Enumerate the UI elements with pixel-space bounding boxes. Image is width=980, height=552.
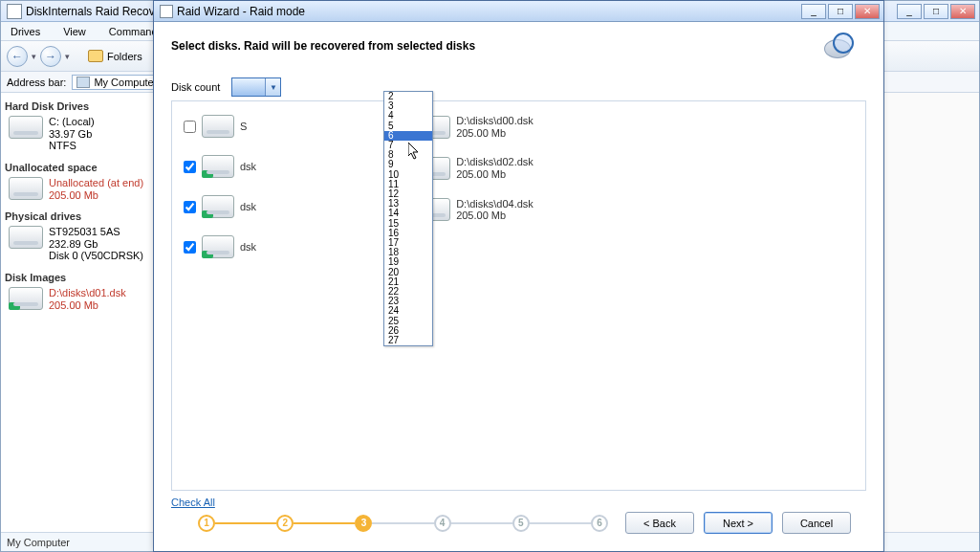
disk-checkbox[interactable] xyxy=(184,161,196,173)
disk-row[interactable]: dsk xyxy=(184,195,256,218)
folder-icon xyxy=(88,50,103,62)
disk-image-path: dsk xyxy=(240,201,256,213)
app-icon xyxy=(7,4,22,19)
dialog-icon xyxy=(160,5,173,18)
disk-row[interactable]: dsk xyxy=(184,155,256,178)
unallocated-name: Unallocated (at end) xyxy=(49,177,143,189)
next-button[interactable]: Next > xyxy=(704,512,773,534)
disk-image-path: dsk xyxy=(240,241,256,254)
disk-count-label: Disk count xyxy=(171,81,220,93)
step-line xyxy=(451,522,512,524)
computer-icon xyxy=(76,77,90,88)
disk-image-path: D:\disks\d02.dsk xyxy=(456,156,534,168)
disk-count-option[interactable]: 27 xyxy=(384,336,432,345)
step-line xyxy=(215,522,276,524)
step-node: 1 xyxy=(198,515,215,532)
check-all-link[interactable]: Check All xyxy=(171,497,866,508)
app-close-button[interactable]: ✕ xyxy=(950,4,975,19)
nav-fwd-chevron-icon[interactable]: ▾ xyxy=(65,52,70,61)
disk-checkbox[interactable] xyxy=(184,241,196,254)
nav-back-button[interactable]: ← xyxy=(7,46,28,67)
disk-select-panel: Sdskdskdsk D:\disks\d00.dsk205.00 MbD:\d… xyxy=(171,100,866,491)
disk-image-path: D:\disks\d04.dsk xyxy=(456,198,534,210)
disk-image-path: D:\disks\d01.dsk xyxy=(49,287,126,299)
step-node: 4 xyxy=(434,515,451,532)
physical-drive-0[interactable]: ST925031 5AS 232.89 Gb Disk 0 (V50CDRSK) xyxy=(9,226,149,262)
disk-image-0[interactable]: D:\disks\d01.dsk 205.00 Mb xyxy=(9,287,149,311)
step-node: 5 xyxy=(512,515,530,532)
dialog-close-button[interactable]: ✕ xyxy=(855,4,880,19)
dialog-minimize-button[interactable]: _ xyxy=(801,4,826,19)
drive-c[interactable]: C: (Local) 33.97 Gb NTFS xyxy=(9,116,149,152)
wizard-headline: Select disks. Raid will be recovered fro… xyxy=(171,35,475,53)
step-line xyxy=(530,522,591,524)
nav-back-chevron-icon[interactable]: ▾ xyxy=(32,52,36,61)
disk-count-combo[interactable]: ▼ xyxy=(231,77,281,97)
hdd-icon xyxy=(202,235,234,258)
menu-view[interactable]: View xyxy=(57,24,92,39)
unallocated-entry[interactable]: Unallocated (at end) 205.00 Mb xyxy=(9,177,149,201)
dialog-maximize-button[interactable]: □ xyxy=(828,4,853,19)
cancel-button[interactable]: Cancel xyxy=(782,512,851,534)
step-node: 6 xyxy=(591,515,608,532)
back-button[interactable]: < Back xyxy=(625,512,694,534)
hdd-icon xyxy=(202,115,234,138)
folders-label: Folders xyxy=(107,51,142,62)
drive-c-size: 33.97 Gb xyxy=(49,128,95,141)
disk-image-size: 205.00 Mb xyxy=(49,299,126,312)
app-minimize-button[interactable]: _ xyxy=(897,4,922,19)
wizard-graphic xyxy=(822,35,866,70)
disk-image-path: D:\disks\d00.dsk xyxy=(456,115,534,127)
nav-fwd-button[interactable]: → xyxy=(40,46,61,67)
disk-row[interactable]: S xyxy=(184,115,256,138)
device-tree: Hard Disk Drives C: (Local) 33.97 Gb NTF… xyxy=(1,93,154,532)
disk-checkbox[interactable] xyxy=(184,121,196,133)
drive-c-name: C: (Local) xyxy=(49,116,95,128)
chevron-down-icon: ▼ xyxy=(265,78,280,96)
disk-row[interactable]: dsk xyxy=(184,235,256,258)
phys-model: ST925031 5AS xyxy=(49,226,143,238)
disk-model: S xyxy=(240,121,247,133)
unallocated-size: 205.00 Mb xyxy=(49,189,143,202)
statusbar-text: My Computer xyxy=(7,537,70,548)
address-value: My Computer xyxy=(94,77,157,88)
disk-size: 205.00 Mb xyxy=(456,127,534,140)
phys-slot: Disk 0 (V50CDRSK) xyxy=(49,250,143,262)
step-node: 3 xyxy=(355,515,372,532)
folders-button[interactable]: Folders xyxy=(81,45,149,68)
disk-size: 205.00 Mb xyxy=(456,168,534,181)
step-line xyxy=(294,522,355,524)
disk-size: 205.00 Mb xyxy=(456,210,534,222)
hdd-icon xyxy=(9,177,43,200)
phys-size: 232.89 Gb xyxy=(49,238,143,251)
disk-image-path: dsk xyxy=(240,161,256,173)
lens-over-disk-icon xyxy=(822,35,859,64)
group-physical-drives: Physical drives xyxy=(5,210,149,222)
address-combo[interactable]: My Computer xyxy=(72,75,162,90)
hdd-icon xyxy=(9,226,43,249)
step-node: 2 xyxy=(276,515,294,532)
disk-checkbox[interactable] xyxy=(184,201,196,213)
disk-col-left: Sdskdskdsk xyxy=(184,115,256,480)
group-unallocated: Unallocated space xyxy=(5,162,149,173)
hdd-icon xyxy=(9,116,43,139)
step-line xyxy=(372,522,433,524)
group-hard-disk-drives: Hard Disk Drives xyxy=(5,100,149,112)
group-disk-images: Disk Images xyxy=(5,272,149,283)
disk-image-icon xyxy=(9,287,43,310)
hdd-icon xyxy=(202,195,234,218)
drive-c-fs: NTFS xyxy=(49,140,95,152)
dialog-title: Raid Wizard - Raid mode xyxy=(177,5,305,18)
menu-drives[interactable]: Drives xyxy=(5,24,46,39)
disk-count-dropdown[interactable]: 2345678910111213141516171819202122232425… xyxy=(383,91,433,346)
addressbar-label: Address bar: xyxy=(7,77,66,88)
hdd-icon xyxy=(202,155,234,178)
raid-wizard-dialog: Raid Wizard - Raid mode _ □ ✕ Select dis… xyxy=(153,0,884,552)
step-indicator: 123456 xyxy=(177,515,625,532)
app-maximize-button[interactable]: □ xyxy=(924,4,948,19)
dialog-titlebar: Raid Wizard - Raid mode _ □ ✕ xyxy=(154,1,883,22)
